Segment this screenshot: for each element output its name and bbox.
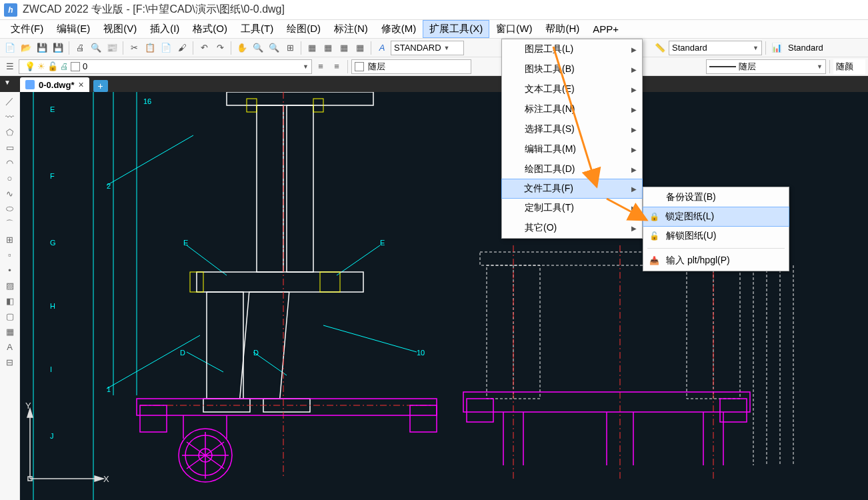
table-icon[interactable]: ▦ [3,325,17,338]
menu-layer-tools[interactable]: 图层工具(L)▶ [502,39,642,59]
svg-text:E: E [183,239,188,247]
menu-edit[interactable]: 编辑(E) [50,20,97,38]
grid-icon[interactable]: ⊟ [3,355,17,369]
match-icon[interactable]: 🖌 [175,41,189,55]
new-icon[interactable]: 📄 [3,41,17,55]
layer-state-icons: 💡 ☀ 🔓 🖨 [22,61,83,71]
menu-app[interactable]: APP+ [586,21,625,37]
hatch-icon[interactable]: ▨ [3,279,17,292]
paste-icon[interactable]: 📄 [159,41,173,55]
save-icon[interactable]: 💾 [35,41,49,55]
separator [347,60,348,73]
copy-icon[interactable]: 📋 [143,41,157,55]
point-icon[interactable]: • [3,263,17,277]
menu-edit-tools[interactable]: 编辑工具(M)▶ [502,139,642,159]
title-bar: h ZWCAD 2022 专业版 - [F:\中望CAD\演示\图纸\0-0.d… [0,0,868,20]
menu-insert[interactable]: 插入(I) [143,20,186,38]
region-icon[interactable]: ▢ [3,309,17,323]
color-combo[interactable]: 随层 [351,59,471,74]
linetype-combo[interactable]: 随层 ▼ [706,59,826,74]
separator [193,41,193,55]
menu-custom-tools[interactable]: 定制工具(T)▶ [502,198,642,218]
publish-icon[interactable]: 📰 [105,41,119,55]
svg-text:E: E [50,105,55,113]
menu-unlock-drawing[interactable]: 🔓解锁图纸(U) [643,226,789,246]
mtext-icon[interactable]: A [3,340,17,353]
menu-file-tools[interactable]: 文件工具(F)▶ [501,179,643,199]
close-icon[interactable]: × [78,79,83,90]
line-icon[interactable]: ／ [3,95,17,108]
tab-list-icon[interactable]: ▼ [4,79,11,86]
menu-file[interactable]: 文件(F) [4,20,50,38]
spline-icon[interactable]: ∿ [3,187,17,200]
separator [69,41,69,55]
table-style-icon[interactable]: 📊 [769,41,784,55]
new-tab-button[interactable]: + [93,80,108,92]
saveas-icon[interactable]: 💾 [51,41,65,55]
layer-prev-icon[interactable]: ≡ [313,59,328,74]
layer-manager-icon[interactable]: ☰ [3,59,17,74]
menu-view[interactable]: 视图(V) [97,20,143,38]
menu-window[interactable]: 窗口(W) [489,20,539,38]
menu-dim[interactable]: 标注(N) [327,20,375,38]
props-icon[interactable]: ▦ [305,41,319,55]
drawing-canvas[interactable]: E F G H I J E E D D 1 2 10 16 [20,92,868,500]
dim-style-icon[interactable]: 📏 [653,41,667,55]
lineweight-combo[interactable]: 随颜 [833,59,865,74]
menu-draw[interactable]: 绘图(D) [280,20,327,38]
dim-style-combo[interactable]: Standard▼ [669,41,762,55]
pan-icon[interactable]: ✋ [235,41,249,55]
tool-icon[interactable]: ▦ [337,41,351,55]
svg-rect-39 [137,399,437,415]
redo-icon[interactable]: ↷ [213,41,227,55]
menu-lock-drawing[interactable]: 🔒锁定图纸(L) [643,207,789,227]
menu-import-plt[interactable]: 📥输入 plt/hpgl(P) [643,251,789,271]
menu-text-tools[interactable]: 文本工具(E)▶ [502,79,642,99]
print-icon[interactable]: 🖨 [73,41,87,55]
menu-dim-tools[interactable]: 标注工具(N)▶ [502,99,642,119]
zoom-icon[interactable]: 🔍 [251,41,265,55]
bulb-icon: 💡 [25,61,35,71]
table-style-combo[interactable]: Standard [785,41,865,55]
rect-icon[interactable]: ▭ [3,141,17,154]
ellipse-arc-icon[interactable]: ⌒ [3,217,17,231]
block-icon[interactable]: ▫ [3,248,17,261]
menu-ext[interactable]: 扩展工具(X) [423,20,489,38]
svg-marker-75 [95,476,103,481]
menu-select-tools[interactable]: 选择工具(S)▶ [502,119,642,139]
preview-icon[interactable]: 🔍 [89,41,103,55]
menu-help[interactable]: 帮助(H) [539,20,586,38]
menu-tool[interactable]: 工具(T) [234,20,280,38]
layer-combo[interactable]: 💡 ☀ 🔓 🖨 0 ▼ [19,59,312,74]
dwg-file-icon [25,80,35,89]
toolbar-standard: 📄 📂 💾 💾 🖨 🔍 📰 ✂ 📋 📄 🖌 ↶ ↷ ✋ 🔍 🔍 ⊞ ▦ ▦ ▦ … [0,39,868,57]
design-icon[interactable]: ▦ [321,41,335,55]
menu-other[interactable]: 其它(O)▶ [502,218,642,238]
text-style-combo[interactable]: STANDARD▼ [391,41,464,55]
polygon-icon[interactable]: ⬠ [3,125,17,139]
menu-draw-tools[interactable]: 绘图工具(D)▶ [502,159,642,179]
text-style-icon[interactable]: A [375,41,389,55]
insert-icon[interactable]: ⊞ [3,233,17,246]
svg-rect-29 [207,292,243,399]
cut-icon[interactable]: ✂ [127,41,141,55]
svg-line-23 [253,352,287,375]
open-icon[interactable]: 📂 [19,41,33,55]
circle-icon[interactable]: ○ [3,171,17,185]
ellipse-icon[interactable]: ⬭ [3,202,17,215]
menu-format[interactable]: 格式(O) [186,20,234,38]
gradient-icon[interactable]: ◧ [3,294,17,307]
document-tab[interactable]: 0-0.dwg* × [20,77,89,92]
menu-backup-settings[interactable]: 备份设置(B) [643,187,789,207]
undo-icon[interactable]: ↶ [197,41,211,55]
menu-block-tools[interactable]: 图块工具(B)▶ [502,59,642,79]
zoomprev-icon[interactable]: 🔍 [267,41,281,55]
zoomwin-icon[interactable]: ⊞ [283,41,297,55]
separator [829,60,830,73]
pline-icon[interactable]: 〰 [3,110,17,123]
table-style-value: Standard [788,43,823,53]
layer-state-icon[interactable]: ≡ [329,59,344,74]
arc-icon[interactable]: ◠ [3,156,17,169]
menu-modify[interactable]: 修改(M) [375,20,423,38]
calc-icon[interactable]: ▦ [353,41,367,55]
